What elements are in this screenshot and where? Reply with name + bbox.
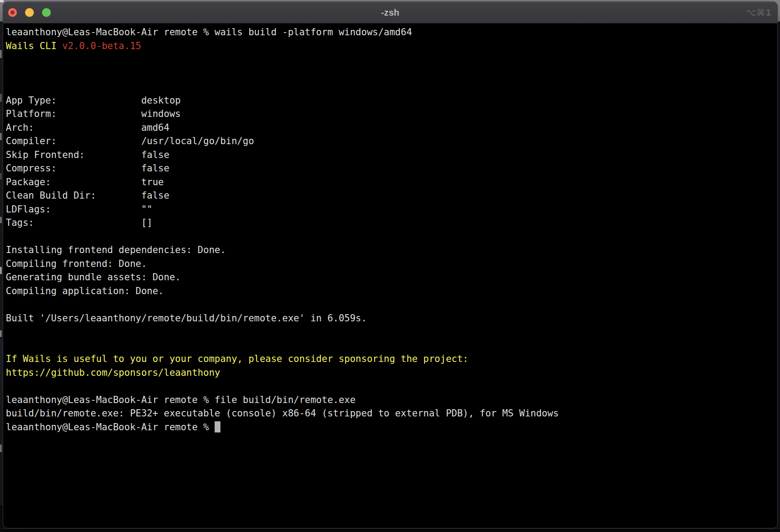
terminal-text-segment: leaanthony@Leas-MacBook-Air remote % fil… — [6, 395, 356, 405]
terminal-line: Clean Build Dir: false — [6, 189, 777, 203]
terminal-text-segment: App Type: desktop — [6, 95, 181, 106]
terminal-line: Compiling frontend: Done. — [6, 257, 777, 271]
terminal-text-segment: build/bin/remote.exe: PE32+ executable (… — [6, 408, 559, 419]
terminal-text-segment: Tags: [] — [6, 217, 153, 228]
terminal-line — [6, 298, 777, 312]
terminal-window: -zsh ⌥⌘1 leaanthony@Leas-MacBook-Air rem… — [3, 1, 778, 528]
terminal-line — [6, 80, 777, 94]
terminal-line: leaanthony@Leas-MacBook-Air remote % wai… — [6, 25, 777, 39]
terminal-line: If Wails is useful to you or your compan… — [6, 352, 777, 366]
terminal-line — [6, 325, 777, 339]
terminal-text-segment: Compiling application: Done. — [6, 286, 164, 296]
terminal-line: Platform: windows — [6, 107, 777, 121]
terminal-line — [6, 379, 777, 393]
terminal-text-segment: Platform: windows — [6, 108, 181, 119]
terminal-line: Wails CLI v2.0.0-beta.15 — [6, 39, 777, 53]
terminal-line — [6, 230, 777, 244]
window-shortcut-badge: ⌥⌘1 — [746, 2, 772, 23]
terminal-line: Compiler: /usr/local/go/bin/go — [6, 134, 777, 148]
terminal-line: leaanthony@Leas-MacBook-Air remote % — [6, 420, 777, 434]
terminal-text-segment: Skip Frontend: false — [6, 150, 170, 160]
terminal-text-segment: Built '/Users/leaanthony/remote/build/bi… — [6, 313, 367, 324]
window-title: -zsh — [3, 2, 777, 23]
terminal-line: Tags: [] — [6, 216, 777, 230]
terminal-line: Built '/Users/leaanthony/remote/build/bi… — [6, 312, 777, 325]
background-fragment — [0, 50, 2, 58]
terminal-text-segment: Wails CLI — [6, 41, 62, 51]
background-fragment — [0, 445, 2, 452]
background-fragment — [0, 217, 2, 223]
terminal-line: build/bin/remote.exe: PE32+ executable (… — [6, 407, 777, 420]
terminal-text-segment: Package: true — [6, 177, 164, 187]
terminal-text-segment: Compiling frontend: Done. — [6, 258, 147, 269]
terminal-line — [6, 66, 777, 80]
terminal-text-segment: v2.0.0-beta.15 — [62, 41, 141, 51]
terminal-text-segment: leaanthony@Leas-MacBook-Air remote % wai… — [6, 27, 412, 37]
terminal-text-segment: Compiler: /usr/local/go/bin/go — [6, 136, 254, 146]
terminal-line — [6, 339, 777, 353]
terminal-line: Package: true — [6, 175, 777, 189]
terminal-text-segment: leaanthony@Leas-MacBook-Air remote % — [6, 422, 215, 432]
terminal-line: Arch: amd64 — [6, 121, 777, 135]
background-fragment — [0, 173, 2, 179]
background-fragment — [0, 94, 2, 102]
terminal-line: App Type: desktop — [6, 94, 777, 108]
terminal-line: Skip Frontend: false — [6, 148, 777, 162]
terminal-text-segment: LDFlags: "" — [6, 204, 153, 215]
desktop-bottom-strip — [0, 528, 780, 532]
terminal-text-segment: If Wails is useful to you or your compan… — [6, 353, 469, 364]
terminal-line — [6, 53, 777, 66]
terminal-text-segment: Arch: amd64 — [6, 122, 170, 133]
window-titlebar[interactable]: -zsh ⌥⌘1 — [3, 2, 777, 24]
terminal-text-segment: https://github.com/sponsors/leaanthony — [6, 367, 220, 378]
terminal-cursor — [215, 421, 220, 432]
terminal-line: Installing frontend dependencies: Done. — [6, 243, 777, 257]
terminal-line: LDFlags: "" — [6, 203, 777, 216]
terminal-text-segment: Clean Build Dir: false — [6, 190, 170, 201]
terminal-line: leaanthony@Leas-MacBook-Air remote % fil… — [6, 393, 777, 407]
terminal-text-segment: Generating bundle assets: Done. — [6, 272, 181, 283]
background-fragment — [0, 267, 2, 274]
terminal-line: Generating bundle assets: Done. — [6, 270, 777, 284]
terminal-line: Compiling application: Done. — [6, 284, 777, 298]
terminal-text-segment: Compress: false — [6, 163, 170, 174]
terminal-line: https://github.com/sponsors/leaanthony — [6, 366, 777, 380]
terminal-output[interactable]: leaanthony@Leas-MacBook-Air remote % wai… — [3, 24, 777, 434]
background-fragment — [0, 330, 2, 337]
terminal-text-segment: Installing frontend dependencies: Done. — [6, 245, 226, 255]
terminal-line: Compress: false — [6, 162, 777, 175]
background-fragment — [0, 133, 2, 140]
